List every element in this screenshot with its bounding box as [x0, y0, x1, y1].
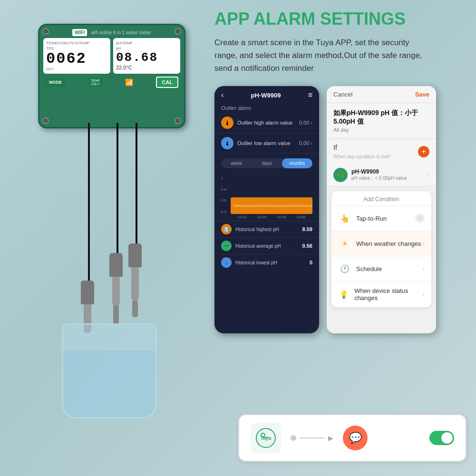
tds-display: TDS/EC/SALT/S.G/TEMP TDS 0062 ppm: [43, 38, 110, 74]
glass-container: [62, 323, 157, 418]
toggle-switch[interactable]: [429, 431, 454, 445]
add-condition-icon[interactable]: +: [418, 146, 429, 157]
months-btn[interactable]: months: [282, 158, 312, 168]
connector-3: [128, 243, 142, 267]
alarm-high-label: Outlier high alarm value: [237, 120, 292, 126]
meter-header: WIFI wifi online 6 in 1 water meter: [43, 29, 180, 36]
chart-y-labels: 1 0.8 0.6 0.4: [221, 176, 226, 214]
hist-value-1: 0.56: [302, 243, 312, 249]
days-btn[interactable]: days: [252, 158, 282, 168]
alarm-low-row[interactable]: 🌡 Outlier low alarm value 0.00 ›: [214, 133, 319, 154]
ph-label: pH/TEMP: [116, 41, 177, 45]
y-label-2: 0.8: [221, 187, 226, 192]
ph-value: 08.68: [116, 51, 177, 64]
schedule-icon: 🕐: [338, 262, 351, 275]
tap-left: 👆 Tap-to-Run: [338, 212, 387, 225]
phones-row: ‹ pH-W9909 ≡ Outlier alarm 🌡 Outlier hig…: [214, 86, 466, 333]
device-section: WIFI wifi online 6 in 1 water meter TDS/…: [14, 14, 214, 428]
schedule-left: 🕐 Schedule: [338, 262, 382, 275]
menu-icon[interactable]: ≡: [308, 91, 312, 99]
hist-label-2: Historical lowest pH: [235, 260, 277, 265]
tap-info-icon: ⓘ: [415, 214, 425, 223]
probe-wire-left: [88, 123, 90, 284]
hist-left-0: 🔝 Historical highest pH: [221, 224, 279, 234]
alarm-high-row[interactable]: 🌡 Outlier high alarm value 0.00 ›: [214, 113, 319, 133]
time-selector: week days months: [221, 158, 312, 168]
hist-icon-1: 〰: [221, 241, 232, 251]
hist-icon-0: 🔝: [221, 224, 232, 234]
page-description: Create a smart scene in the Tuya APP, se…: [214, 36, 424, 75]
hist-label-0: Historical highest pH: [235, 227, 279, 232]
alarm-low-left: 🌡 Outlier low alarm value: [221, 137, 291, 149]
bottom-automation-card: Tuya ▶ 💬: [238, 414, 466, 462]
add-condition-title: Add Condition: [331, 191, 431, 206]
cancel-button[interactable]: Cancel: [333, 91, 352, 98]
hist-left-2: ↓ Historical lowest pH: [221, 257, 277, 268]
probe-wire-right: [117, 123, 118, 256]
hist-row-0: 🔝 Historical highest pH 8.59: [214, 221, 319, 237]
if-label: If: [333, 144, 391, 151]
hist-value-2: 0: [310, 260, 312, 265]
content-section: APP ALARM SETTINGS Create a smart scene …: [214, 10, 466, 343]
screw-bl: [42, 117, 49, 124]
y-label-4: 0.4: [221, 210, 226, 214]
device-row[interactable]: 🌿 pH-W9909 pH value：< 5.00pH value ›: [327, 164, 436, 186]
chart-bar: 0ûnusu0ûnusu0ûnusu0ûnusu0ûnusu0ûnusu0ûnu…: [231, 197, 312, 214]
device-name: pH-W9909: [351, 168, 407, 175]
alarm-high-value: 0.00 ›: [299, 120, 312, 126]
device-left: 🌿 pH-W9909 pH value：< 5.00pH value: [333, 168, 407, 182]
x-label-2: 12/26: [257, 215, 266, 219]
schedule-chevron: ›: [422, 265, 425, 272]
screw-br: [175, 117, 181, 124]
probe-3: [131, 267, 139, 301]
outlier-alarm-title: Outlier alarm: [214, 102, 319, 113]
alarm-high-icon: 🌡: [221, 117, 233, 129]
mode-button[interactable]: MODE: [45, 78, 66, 87]
chart-x-labels: 12/24 12/26 12/28 12/30: [221, 214, 312, 219]
tap-to-run-row[interactable]: 👆 Tap-to-Run ⓘ: [331, 206, 431, 231]
screw-tl: [42, 28, 49, 35]
alarm-high-left: 🌡 Outlier high alarm value: [221, 117, 292, 129]
cal-button[interactable]: CAL: [156, 77, 178, 88]
week-btn[interactable]: week: [221, 158, 252, 168]
meter-device: WIFI wifi online 6 in 1 water meter TDS/…: [38, 24, 185, 128]
temp-cal-button[interactable]: TEMPCAL/+: [88, 78, 103, 87]
probe-wire-third: [136, 123, 137, 246]
device-status-icon: 💡: [338, 288, 350, 301]
arrow-icon: ▶: [328, 434, 333, 442]
device-name-label: wifi online 6 in 1 water meter: [91, 30, 151, 35]
device-icon: 🌿: [333, 168, 348, 182]
probe-2: [112, 277, 120, 305]
temp-value: 22.0°C: [116, 65, 177, 70]
tap-icon: 👆: [338, 212, 351, 225]
page-title: APP ALARM SETTINGS: [214, 10, 466, 29]
condition-header: Cancel Save: [327, 86, 436, 103]
ph-sublabel: pH: [116, 46, 177, 50]
hist-label-1: Historical average pH: [235, 243, 281, 249]
alarm-low-label: Outlier low alarm value: [237, 140, 291, 146]
back-icon[interactable]: ‹: [221, 91, 223, 99]
phone-left-header: ‹ pH-W9909 ≡: [214, 86, 319, 102]
chart-bar-container: 0ûnusu0ûnusu0ûnusu0ûnusu0ûnusu0ûnusu0ûnu…: [231, 176, 312, 214]
if-subtitle: When any condition is met*: [333, 154, 391, 159]
phone-left: ‹ pH-W9909 ≡ Outlier alarm 🌡 Outlier hig…: [214, 86, 319, 333]
chart-area: 1 0.8 0.6 0.4 0ûnusu0ûnusu0ûnusu0ûnusu0û…: [214, 173, 319, 221]
wifi-icon: 📶: [125, 78, 133, 86]
arrow-line: [300, 437, 324, 438]
toggle-knob: [441, 432, 453, 444]
schedule-row[interactable]: 🕐 Schedule ›: [331, 256, 431, 282]
y-label-3: 0.6: [221, 198, 226, 203]
alarm-low-value: 0.00 ›: [299, 140, 312, 146]
connector-2: [109, 253, 123, 277]
device-status-label: When device status changes: [354, 287, 422, 301]
tap-label: Tap-to-Run: [356, 215, 387, 222]
condition-info: 如果pH-W9909 pH 值：小于5.00pH 值 All day ···: [327, 103, 436, 139]
weather-chevron: ›: [422, 240, 425, 247]
weather-changes-row[interactable]: ☀ When weather changes ›: [331, 231, 431, 256]
connector-1: [81, 281, 94, 304]
meter-displays: TDS/EC/SALT/S.G/TEMP TDS 0062 ppm pH/TEM…: [43, 38, 180, 74]
tds-value: 0062: [46, 51, 107, 67]
save-button[interactable]: Save: [415, 91, 429, 98]
device-status-row[interactable]: 💡 When device status changes ›: [331, 282, 431, 307]
device-status-chevron: ›: [422, 291, 425, 298]
